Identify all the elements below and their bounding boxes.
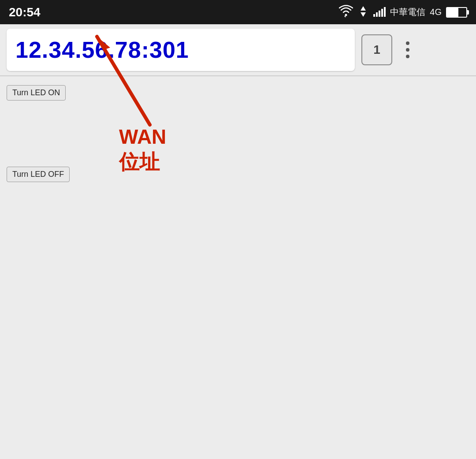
- status-time: 20:54: [9, 5, 41, 19]
- turn-led-off-button[interactable]: Turn LED OFF: [7, 167, 70, 182]
- battery-icon: [446, 7, 467, 18]
- status-bar: 20:54: [0, 0, 476, 24]
- more-dot-3: [406, 55, 409, 58]
- content-area: 12.34.56.78:301 1 Turn LED ON Turn LED O…: [0, 24, 476, 459]
- buttons-area: Turn LED ON Turn LED OFF WAN位址: [0, 76, 476, 226]
- svg-point-0: [345, 14, 347, 16]
- data-transfer-icon: [357, 5, 369, 19]
- svg-marker-3: [361, 12, 366, 17]
- tab-button[interactable]: 1: [361, 34, 392, 65]
- url-text: 12.34.56.78:301: [15, 37, 189, 63]
- wifi-icon: [339, 5, 353, 20]
- more-dot-2: [406, 48, 409, 52]
- more-menu-button[interactable]: [399, 34, 416, 65]
- svg-line-1: [345, 16, 346, 17]
- url-bar-section: 12.34.56.78:301 1: [0, 24, 476, 75]
- turn-led-on-button[interactable]: Turn LED ON: [7, 85, 66, 101]
- status-icons: 中華電信 4G: [339, 5, 467, 20]
- svg-marker-2: [361, 6, 366, 11]
- tab-count: 1: [373, 43, 380, 57]
- more-dot-1: [406, 41, 409, 45]
- signal-bars-icon: [373, 8, 386, 17]
- carrier-name: 中華電信: [390, 6, 425, 18]
- url-box[interactable]: 12.34.56.78:301: [7, 29, 355, 71]
- network-type: 4G: [430, 7, 442, 17]
